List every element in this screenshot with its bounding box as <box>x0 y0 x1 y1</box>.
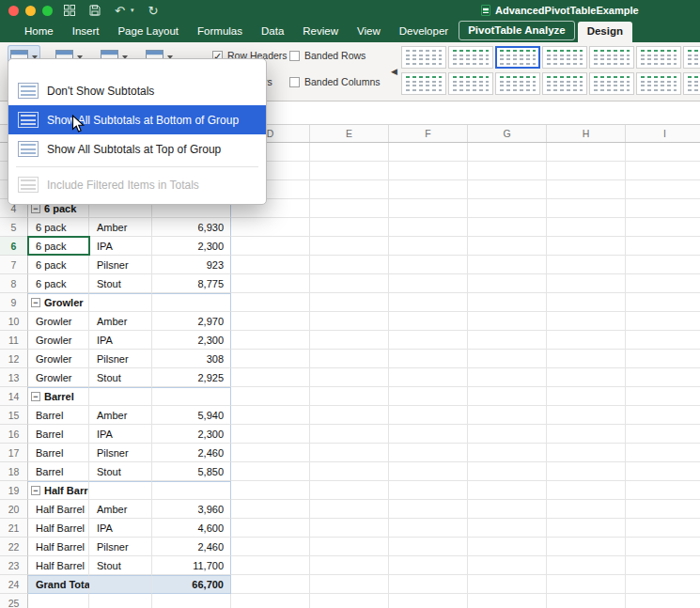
cell[interactable] <box>389 368 468 387</box>
cell[interactable] <box>547 256 626 274</box>
cell[interactable] <box>468 331 547 350</box>
cell-c21[interactable]: 4,600 <box>152 519 231 538</box>
cell[interactable] <box>468 162 547 180</box>
cell[interactable] <box>389 293 468 312</box>
cell-b8[interactable]: Stout <box>89 274 152 293</box>
cell[interactable] <box>310 556 389 575</box>
cell[interactable] <box>310 162 389 180</box>
cell-b23[interactable]: Stout <box>89 556 152 575</box>
cell[interactable] <box>310 199 389 218</box>
grid-icon[interactable] <box>64 5 75 16</box>
cell[interactable] <box>626 594 700 608</box>
cell-b7[interactable]: Pilsner <box>89 256 152 274</box>
cell-c11[interactable]: 2,300 <box>152 331 231 350</box>
cell[interactable] <box>626 218 700 237</box>
cell[interactable] <box>626 293 700 312</box>
cell[interactable] <box>468 237 547 256</box>
row-header[interactable]: 17 <box>0 444 28 462</box>
cell[interactable] <box>547 199 626 218</box>
cell[interactable] <box>547 425 626 444</box>
cell-a14[interactable]: −Barrel <box>28 387 89 406</box>
cell-c14[interactable] <box>152 387 231 406</box>
pivot-style-thumbnail[interactable] <box>448 46 493 69</box>
cell[interactable] <box>626 350 700 368</box>
cell-a15[interactable]: Barrel <box>28 406 89 425</box>
cell[interactable] <box>389 199 468 218</box>
cell-c8[interactable]: 8,775 <box>152 274 231 293</box>
cell-c9[interactable] <box>152 293 231 312</box>
cell[interactable] <box>547 368 626 387</box>
cell[interactable] <box>468 293 547 312</box>
save-icon[interactable] <box>89 5 101 16</box>
row-header[interactable]: 5 <box>0 218 28 237</box>
collapse-group-icon[interactable]: − <box>31 392 40 401</box>
cell[interactable] <box>547 444 626 462</box>
fullscreen-button[interactable] <box>42 6 53 16</box>
gallery-scroll-left-icon[interactable]: ◀ <box>391 67 397 76</box>
cell[interactable] <box>310 293 389 312</box>
pivot-style-thumbnail[interactable] <box>589 46 634 69</box>
cell[interactable] <box>310 406 389 425</box>
cell[interactable] <box>547 331 626 350</box>
column-header-H[interactable]: H <box>547 125 626 142</box>
checkbox-banded-rows[interactable]: Banded Rows <box>289 50 366 61</box>
cell[interactable] <box>389 331 468 350</box>
cell[interactable] <box>231 218 310 237</box>
cell[interactable] <box>231 368 310 387</box>
cell[interactable] <box>389 387 468 406</box>
cell-b19[interactable] <box>89 481 152 500</box>
minimize-button[interactable] <box>25 6 36 16</box>
cell[interactable] <box>310 387 389 406</box>
tab-page-layout[interactable]: Page Layout <box>108 22 188 42</box>
tab-pivottable-analyze[interactable]: PivotTable Analyze <box>459 21 575 40</box>
cell[interactable] <box>310 519 389 538</box>
cell-b25[interactable] <box>89 594 152 608</box>
pivot-style-thumbnail[interactable] <box>542 46 587 69</box>
cell[interactable] <box>231 481 310 500</box>
cell[interactable] <box>310 538 389 556</box>
cell[interactable] <box>626 575 700 594</box>
row-header[interactable]: 13 <box>0 368 28 387</box>
cell[interactable] <box>231 594 310 608</box>
cell[interactable] <box>389 237 468 256</box>
row-header[interactable]: 25 <box>0 594 28 608</box>
cell[interactable] <box>547 406 626 425</box>
cell[interactable] <box>310 368 389 387</box>
cell[interactable] <box>468 444 547 462</box>
cell-b11[interactable]: IPA <box>89 331 152 350</box>
cell[interactable] <box>389 256 468 274</box>
cell[interactable] <box>389 218 468 237</box>
cell-a17[interactable]: Barrel <box>28 444 89 462</box>
tab-developer[interactable]: Developer <box>390 22 458 42</box>
cell[interactable] <box>231 293 310 312</box>
cell-b16[interactable]: IPA <box>89 425 152 444</box>
cell[interactable] <box>231 538 310 556</box>
cell[interactable] <box>626 444 700 462</box>
row-header[interactable]: 20 <box>0 500 28 519</box>
cell[interactable] <box>468 368 547 387</box>
cell[interactable] <box>231 406 310 425</box>
cell[interactable] <box>626 481 700 500</box>
cell-a5[interactable]: 6 pack <box>28 218 89 237</box>
cell-b14[interactable] <box>89 387 152 406</box>
cell-a23[interactable]: Half Barrel <box>28 556 89 575</box>
cell[interactable] <box>310 350 389 368</box>
cell-c24[interactable]: 66,700 <box>152 575 231 594</box>
cell[interactable] <box>626 387 700 406</box>
cell[interactable] <box>231 312 310 331</box>
cell[interactable] <box>468 462 547 481</box>
cell[interactable] <box>547 462 626 481</box>
cell[interactable] <box>389 594 468 608</box>
cell[interactable] <box>389 462 468 481</box>
cell[interactable] <box>547 180 626 199</box>
pivot-style-thumbnail[interactable] <box>683 72 700 95</box>
cell[interactable] <box>231 519 310 538</box>
cell[interactable] <box>310 425 389 444</box>
cell[interactable] <box>626 500 700 519</box>
row-header[interactable]: 6 <box>0 237 28 256</box>
cell[interactable] <box>468 387 547 406</box>
cell[interactable] <box>310 256 389 274</box>
cell[interactable] <box>310 218 389 237</box>
cell[interactable] <box>626 538 700 556</box>
cell[interactable] <box>389 444 468 462</box>
